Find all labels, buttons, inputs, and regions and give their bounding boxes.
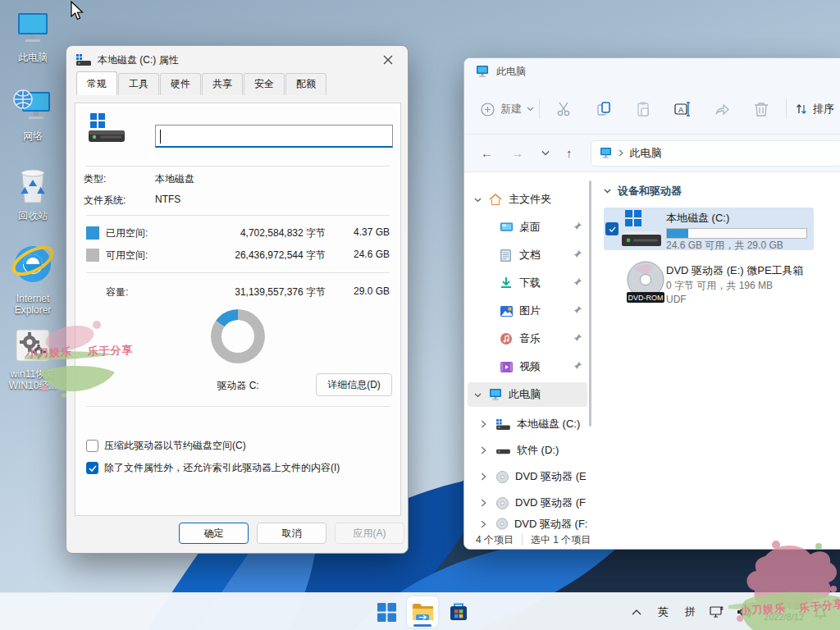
drive-tile-dvd-e[interactable]: DVD-ROM DVD 驱动器 (E:) 微PE工具箱 0 字节 可用，共 19… [604, 258, 814, 306]
clock-time: 14:55 [764, 601, 804, 612]
taskbar: 英 拼 14:55 2022/8/12 [0, 592, 840, 630]
drive-icon [76, 54, 91, 66]
breadcrumb-chevron-icon [619, 149, 623, 157]
breadcrumb-item[interactable]: 此电脑 [630, 146, 662, 161]
used-space-bytes: 4,702,584,832 字节 [240, 226, 326, 240]
sidebar-item-music[interactable]: 音乐 [468, 326, 587, 351]
sort-button[interactable]: 排序 [795, 102, 834, 116]
chevron-right-icon[interactable] [481, 446, 486, 454]
index-checkbox[interactable] [86, 462, 98, 474]
tab-security[interactable]: 安全 [244, 73, 285, 95]
desktop-icon-label: 网络 [2, 130, 64, 142]
desktop-icon-recycle-bin[interactable]: 回收站 [2, 167, 64, 221]
filesystem-label: 文件系统: [84, 194, 126, 208]
network-icon[interactable] [710, 605, 725, 619]
sidebar-item-pictures[interactable]: 图片 [468, 299, 587, 323]
breadcrumb[interactable]: 此电脑 [591, 140, 840, 167]
taskbar-file-explorer[interactable] [407, 596, 438, 628]
explorer-toolbar: 新建 [464, 84, 840, 135]
index-checkbox-row[interactable]: 除了文件属性外，还允许索引此驱动器上文件的内容(I) [86, 461, 340, 475]
apply-button[interactable]: 应用(A) [335, 523, 404, 544]
chevron-down-icon[interactable] [474, 195, 484, 204]
tab-tools[interactable]: 工具 [118, 73, 159, 95]
share-button[interactable] [702, 101, 742, 117]
tab-quota[interactable]: 配额 [285, 73, 326, 95]
close-icon[interactable] [370, 48, 406, 72]
tab-hardware[interactable]: 硬件 [160, 73, 201, 95]
drive-tile-c[interactable]: 本地磁盘 (C:) 24.6 GB 可用，共 29.0 GB [604, 208, 814, 250]
sidebar-item-videos[interactable]: 视频 [468, 354, 587, 379]
copy-button[interactable] [584, 101, 623, 117]
cancel-button[interactable]: 取消 [257, 523, 326, 544]
delete-button[interactable] [742, 101, 781, 117]
used-space-label: 已用空间: [106, 226, 148, 240]
sidebar-item-drive-d[interactable]: 软件 (D:) [468, 438, 587, 463]
toolbar-divider [786, 99, 787, 119]
sidebar-item-downloads[interactable]: 下载 [468, 271, 587, 295]
ok-button[interactable]: 确定 [179, 523, 249, 544]
chevron-right-icon[interactable] [481, 499, 486, 507]
sidebar-item-drive-c[interactable]: 本地磁盘 (C:) [468, 412, 587, 436]
taskbar-microsoft-store[interactable] [443, 596, 474, 628]
sidebar-item-desktop[interactable]: 桌面 [468, 215, 587, 240]
chevron-down-icon[interactable] [474, 390, 484, 399]
chevron-right-icon[interactable] [481, 420, 486, 428]
chevron-right-icon[interactable] [481, 520, 486, 528]
internet-explorer-icon [9, 240, 57, 287]
notification-bell-icon[interactable] [812, 605, 829, 619]
capacity-bytes: 31,139,557,376 字节 [235, 285, 326, 299]
forward-icon[interactable]: → [511, 146, 523, 160]
new-button[interactable]: 新建 [481, 102, 534, 116]
svg-text:A: A [678, 106, 683, 114]
sidebar-item-dvd-clipped[interactable]: DVD 驱动器 (F:) [468, 517, 587, 531]
divider [86, 166, 390, 167]
used-space-gb: 4.37 GB [354, 226, 390, 238]
share-icon [714, 101, 730, 117]
explorer-titlebar[interactable]: 此电脑 [464, 58, 840, 84]
explorer-body: 主文件夹 桌面 文档 [464, 172, 840, 531]
desktop-icon-label: win11恢复 WIN10经... [2, 368, 64, 391]
sidebar-scrollbar[interactable] [589, 180, 591, 427]
svg-text:DVD-ROM: DVD-ROM [628, 294, 664, 302]
chevron-down-icon[interactable] [604, 189, 611, 194]
volume-label-input[interactable] [155, 125, 393, 148]
free-space-label: 可用空间: [106, 249, 148, 262]
desktop-icon-network[interactable]: 网络 [2, 89, 64, 142]
clock-date: 2022/8/12 [764, 612, 804, 623]
hidden-icons-chevron[interactable] [632, 609, 641, 615]
compress-checkbox[interactable] [86, 440, 98, 452]
this-pc-icon [489, 389, 502, 400]
compress-checkbox-row[interactable]: 压缩此驱动器以节约磁盘空间(C) [86, 439, 246, 453]
rename-button[interactable]: A [663, 101, 702, 117]
section-devices-and-drives[interactable]: 设备和驱动器 [604, 184, 682, 199]
plus-circle-icon [481, 103, 495, 116]
dialog-titlebar[interactable]: 本地磁盘 (C:) 属性 [66, 46, 408, 74]
back-icon[interactable]: ← [481, 146, 493, 160]
chevron-right-icon[interactable] [481, 472, 486, 481]
sidebar-item-documents[interactable]: 文档 [468, 243, 587, 267]
sidebar-item-dvd-f[interactable]: DVD 驱动器 (F [468, 491, 587, 515]
tab-general[interactable]: 常规 [76, 71, 117, 95]
document-icon [500, 249, 511, 262]
taskbar-clock[interactable]: 14:55 2022/8/12 [764, 601, 804, 623]
desktop-icon-win11-restore[interactable]: win11恢复 WIN10经... [2, 328, 64, 391]
paste-button[interactable] [623, 101, 663, 117]
speaker-icon[interactable] [737, 605, 751, 619]
details-button[interactable]: 详细信息(D) [316, 373, 392, 396]
start-button[interactable] [371, 596, 402, 628]
ime-pinyin[interactable]: 拼 [685, 605, 696, 619]
sidebar-item-this-pc[interactable]: 此电脑 [468, 382, 587, 407]
history-chevron-icon[interactable] [541, 150, 550, 156]
ime-language-en[interactable]: 英 [658, 605, 669, 619]
sidebar-item-home[interactable]: 主文件夹 [468, 187, 587, 212]
selection-checkbox[interactable] [605, 222, 619, 235]
sidebar-item-dvd-e[interactable]: DVD 驱动器 (E [468, 464, 587, 489]
pin-icon [573, 333, 582, 342]
desktop-icon-this-pc[interactable]: 此电脑 [2, 11, 64, 63]
drive-icon [496, 419, 510, 430]
desktop-icon-internet-explorer[interactable]: Internet Explorer [2, 240, 64, 316]
tab-sharing[interactable]: 共享 [202, 73, 243, 95]
up-icon[interactable]: ↑ [566, 146, 573, 160]
cut-button[interactable] [545, 101, 584, 117]
toolbar-divider [539, 99, 540, 119]
